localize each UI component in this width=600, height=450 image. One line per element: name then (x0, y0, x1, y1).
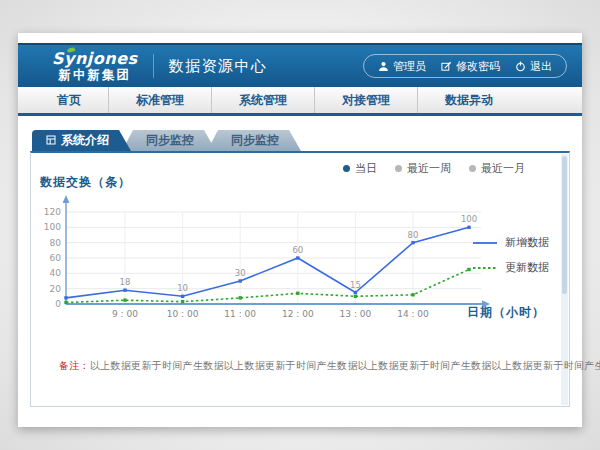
tab-2[interactable]: 同步监控 (207, 130, 301, 151)
footnote: 备注：以上数据更新于时间产生数据以上数据更新于时间产生数据以上数据更新于时间产生… (59, 359, 600, 373)
svg-text:100: 100 (44, 222, 61, 232)
user-menu-item-2[interactable]: 退出 (515, 59, 552, 74)
line-chart: 0204060801001209 : 0010 : 0011 : 0012 : … (36, 189, 501, 339)
svg-text:11 : 00: 11 : 00 (224, 309, 256, 319)
user-menu: 管理员修改密码退出 (363, 54, 567, 78)
chart-legend: 新增数据更新数据 (472, 235, 549, 275)
svg-text:14 : 00: 14 : 00 (397, 309, 429, 319)
svg-text:0: 0 (55, 299, 61, 309)
radio-dot-icon (395, 165, 402, 172)
nav-item-2[interactable]: 系统管理 (211, 87, 314, 113)
svg-text:18: 18 (120, 277, 131, 287)
app-header: Synjones 新中新集团 数据资源中心 管理员修改密码退出 (18, 43, 582, 87)
content-area: 系统介绍同步监控同步监控 当日最近一周最近一月 数据交换（条） 02040608… (18, 116, 582, 407)
svg-text:15: 15 (350, 280, 361, 290)
tab-1[interactable]: 同步监控 (122, 130, 216, 151)
doc-icon (46, 134, 56, 148)
svg-text:80: 80 (50, 238, 62, 248)
svg-text:20: 20 (50, 284, 62, 294)
svg-text:13 : 00: 13 : 00 (340, 309, 372, 319)
radio-dot-icon (343, 165, 350, 172)
radio-dot-icon (469, 165, 476, 172)
footnote-prefix: 备注： (59, 360, 90, 371)
svg-text:9 : 00: 9 : 00 (112, 309, 138, 319)
chart-area: 0204060801001209 : 0010 : 0011 : 0012 : … (36, 189, 501, 343)
tab-label: 同步监控 (146, 132, 194, 149)
tab-bar: 系统介绍同步监控同步监控 (32, 130, 570, 151)
brand-logo: Synjones 新中新集团 (52, 51, 138, 81)
main-nav: 首页标准管理系统管理对接管理数据异动 (18, 87, 582, 116)
tab-label: 系统介绍 (61, 132, 109, 149)
svg-text:10 : 00: 10 : 00 (167, 309, 199, 319)
legend-item-1[interactable]: 更新数据 (472, 260, 549, 275)
page-title: 数据资源中心 (169, 57, 268, 76)
tab-label: 同步监控 (231, 132, 279, 149)
user-menu-label: 退出 (530, 59, 552, 74)
filter-option-2[interactable]: 最近一月 (469, 161, 525, 176)
filter-option-1[interactable]: 最近一周 (395, 161, 451, 176)
filter-label: 最近一周 (407, 161, 451, 176)
svg-text:10: 10 (177, 283, 188, 293)
scrollbar-thumb[interactable] (562, 156, 567, 294)
logo-subtext: 新中新集团 (52, 68, 138, 81)
legend-label: 新增数据 (505, 235, 549, 250)
user-menu-item-1[interactable]: 修改密码 (441, 59, 500, 74)
user-menu-label: 修改密码 (456, 59, 500, 74)
svg-text:60: 60 (292, 245, 303, 255)
x-axis-title: 日期（小时） (467, 304, 545, 321)
svg-text:30: 30 (235, 268, 246, 278)
app-window: Synjones 新中新集团 数据资源中心 管理员修改密码退出 首页标准管理系统… (18, 33, 582, 427)
legend-line-icon (472, 238, 498, 248)
tab-0[interactable]: 系统介绍 (32, 130, 131, 151)
svg-text:12 : 00: 12 : 00 (282, 309, 314, 319)
power-icon (515, 61, 526, 72)
svg-text:80: 80 (408, 230, 419, 240)
filter-option-0[interactable]: 当日 (343, 161, 377, 176)
edit-icon (441, 61, 452, 72)
legend-item-0[interactable]: 新增数据 (472, 235, 549, 250)
svg-text:100: 100 (461, 214, 477, 224)
legend-label: 更新数据 (505, 260, 549, 275)
nav-item-4[interactable]: 数据异动 (417, 87, 520, 113)
svg-text:60: 60 (50, 253, 62, 263)
time-filter-group: 当日最近一周最近一月 (343, 161, 525, 176)
nav-item-0[interactable]: 首页 (30, 87, 108, 113)
chart-panel: 当日最近一周最近一月 数据交换（条） 0204060801001209 : 00… (30, 151, 570, 407)
legend-line-icon (472, 263, 498, 273)
user-menu-label: 管理员 (393, 59, 426, 74)
nav-item-3[interactable]: 对接管理 (314, 87, 417, 113)
user-icon (378, 61, 389, 72)
filter-label: 最近一月 (481, 161, 525, 176)
filter-label: 当日 (355, 161, 377, 176)
svg-text:40: 40 (50, 268, 62, 278)
footnote-text: 以上数据更新于时间产生数据以上数据更新于时间产生数据以上数据更新于时间产生数据以… (90, 360, 600, 371)
header-divider (153, 54, 154, 78)
nav-item-1[interactable]: 标准管理 (108, 87, 211, 113)
user-menu-item-0[interactable]: 管理员 (378, 59, 426, 74)
logo-text: Synjones (52, 51, 138, 68)
svg-text:120: 120 (44, 207, 61, 217)
